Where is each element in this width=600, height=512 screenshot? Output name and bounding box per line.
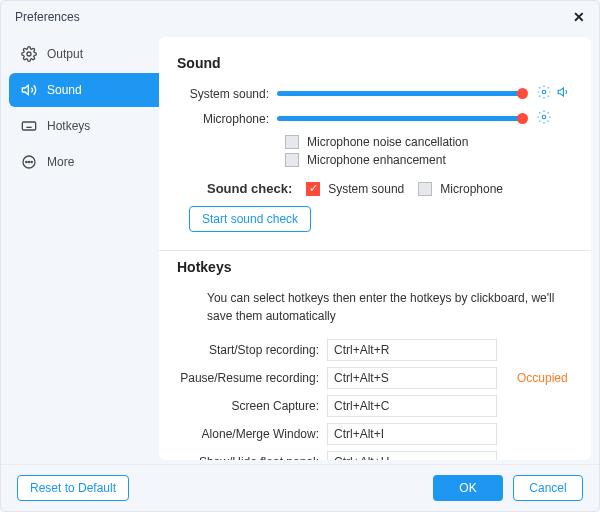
hk-label-float-panel: Show/Hide float panel: (177, 455, 327, 460)
sidebar-item-label: Output (47, 47, 83, 61)
checkbox-label: Microphone enhancement (307, 153, 446, 167)
sidebar-item-label: More (47, 155, 74, 169)
hk-input-start-stop[interactable] (327, 339, 497, 361)
checkbox-label: System sound (328, 182, 404, 196)
svg-point-9 (542, 115, 546, 119)
hk-input-pause-resume[interactable] (327, 367, 497, 389)
gear-icon (21, 46, 37, 62)
hk-label-pause-resume: Pause/Resume recording: (177, 371, 327, 385)
hk-label-screen-capture: Screen Capture: (177, 399, 327, 413)
preferences-window: Preferences ✕ Output Sound Ho (0, 0, 600, 512)
svg-marker-8 (558, 88, 563, 96)
close-icon[interactable]: ✕ (573, 9, 585, 25)
sidebar-item-hotkeys[interactable]: Hotkeys (9, 109, 159, 143)
keyboard-icon (21, 118, 37, 134)
checkbox-icon (285, 135, 299, 149)
svg-point-4 (26, 161, 27, 162)
more-icon (21, 154, 37, 170)
sidebar-item-label: Sound (47, 83, 82, 97)
hk-input-float-panel[interactable] (327, 451, 497, 460)
spacer (557, 110, 571, 127)
sidebar-item-more[interactable]: More (9, 145, 159, 179)
checkbox-label: Microphone noise cancellation (307, 135, 468, 149)
svg-marker-1 (22, 85, 28, 94)
microphone-label: Microphone: (177, 112, 277, 126)
window-title: Preferences (15, 10, 80, 24)
slider-knob-icon[interactable] (517, 113, 528, 124)
volume-icon[interactable] (557, 85, 571, 102)
sidebar-item-label: Hotkeys (47, 119, 90, 133)
checkbox-label: Microphone (440, 182, 503, 196)
sidebar-item-output[interactable]: Output (9, 37, 159, 71)
svg-point-6 (31, 161, 32, 162)
gear-icon[interactable] (537, 85, 551, 102)
reset-to-default-button[interactable]: Reset to Default (17, 475, 129, 501)
svg-rect-2 (22, 122, 35, 130)
gear-icon[interactable] (537, 110, 551, 127)
slider-knob-icon[interactable] (517, 88, 528, 99)
section-heading-hotkeys: Hotkeys (177, 259, 571, 275)
checkbox-icon (418, 182, 432, 196)
cancel-button[interactable]: Cancel (513, 475, 583, 501)
system-sound-label: System sound: (177, 87, 277, 101)
hk-label-alone-merge: Alone/Merge Window: (177, 427, 327, 441)
main-panel[interactable]: Sound System sound: Microphone: (159, 37, 591, 460)
svg-point-0 (27, 52, 31, 56)
sidebar: Output Sound Hotkeys More (1, 33, 159, 464)
system-sound-check[interactable]: ✓ System sound (306, 182, 404, 196)
hk-input-alone-merge[interactable] (327, 423, 497, 445)
microphone-slider[interactable] (277, 116, 527, 121)
title-bar: Preferences ✕ (1, 1, 599, 33)
svg-point-7 (542, 90, 546, 94)
ok-button[interactable]: OK (433, 475, 503, 501)
microphone-check[interactable]: Microphone (418, 182, 503, 196)
window-body: Output Sound Hotkeys More (1, 33, 599, 464)
sidebar-item-sound[interactable]: Sound (9, 73, 159, 107)
enhancement-checkbox[interactable]: Microphone enhancement (285, 153, 571, 167)
sound-check-heading: Sound check: (207, 181, 292, 196)
hotkeys-description: You can select hotkeys then enter the ho… (177, 289, 571, 339)
occupied-badge: Occupied (517, 371, 568, 385)
footer: Reset to Default OK Cancel (1, 464, 599, 511)
checkbox-icon (285, 153, 299, 167)
speaker-icon (21, 82, 37, 98)
hk-label-start-stop: Start/Stop recording: (177, 343, 327, 357)
section-heading-sound: Sound (177, 55, 571, 71)
hk-input-screen-capture[interactable] (327, 395, 497, 417)
start-sound-check-button[interactable]: Start sound check (189, 206, 311, 232)
svg-point-5 (28, 161, 29, 162)
system-sound-slider[interactable] (277, 91, 527, 96)
checkbox-checked-icon: ✓ (306, 182, 320, 196)
noise-cancel-checkbox[interactable]: Microphone noise cancellation (285, 135, 571, 149)
